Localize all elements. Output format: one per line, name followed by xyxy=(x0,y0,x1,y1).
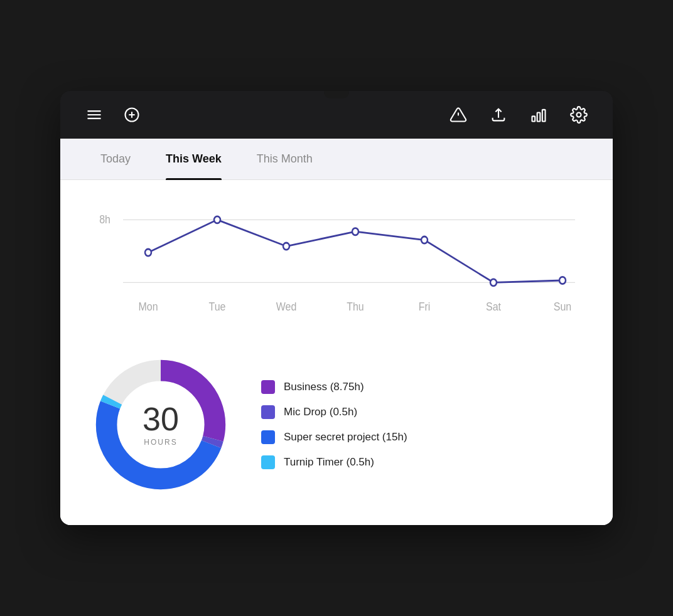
menu-button[interactable] xyxy=(83,104,105,126)
donut-hours-label: HOURS xyxy=(143,438,179,447)
tabs: Today This Week This Month xyxy=(60,139,613,180)
svg-text:Sun: Sun xyxy=(554,300,571,313)
header-left xyxy=(83,104,143,126)
notch xyxy=(324,91,349,98)
donut-center: 30 HOURS xyxy=(143,403,179,447)
line-chart-area: 8h Mon Tue Wed Thu Fri Sat Sun xyxy=(60,180,613,337)
svg-rect-9 xyxy=(532,116,536,121)
line-chart-wrapper: 8h Mon Tue Wed Thu Fri Sat Sun xyxy=(85,199,588,324)
legend-label-turnip: Turnip Timer (0.5h) xyxy=(284,456,374,469)
legend-label-micdrop: Mic Drop (0.5h) xyxy=(284,406,357,418)
legend-color-turnip xyxy=(261,455,275,469)
svg-rect-11 xyxy=(542,110,546,122)
content: Today This Week This Month 8h Mon Tue We… xyxy=(60,139,613,525)
svg-text:Wed: Wed xyxy=(276,300,297,313)
share-upload-icon xyxy=(490,106,507,124)
app-container: Today This Week This Month 8h Mon Tue We… xyxy=(60,91,613,525)
svg-point-25 xyxy=(283,243,289,250)
settings-button[interactable] xyxy=(568,104,590,126)
svg-text:8h: 8h xyxy=(99,213,110,226)
svg-text:Thu: Thu xyxy=(347,300,364,313)
svg-text:Mon: Mon xyxy=(138,300,158,313)
tab-this-month[interactable]: This Month xyxy=(239,139,330,179)
header-right xyxy=(447,104,590,126)
svg-text:Fri: Fri xyxy=(419,300,431,313)
legend-item-micdrop: Mic Drop (0.5h) xyxy=(261,405,588,419)
add-circle-icon xyxy=(123,106,141,124)
tab-today[interactable]: Today xyxy=(83,139,148,179)
menu-icon xyxy=(85,106,103,124)
svg-point-28 xyxy=(490,279,497,286)
svg-point-27 xyxy=(421,236,428,243)
svg-rect-10 xyxy=(537,113,541,122)
share-button[interactable] xyxy=(487,104,510,126)
legend-color-micdrop xyxy=(261,405,275,419)
donut-chart-container: 30 HOURS xyxy=(85,349,236,500)
legend-color-supersecret xyxy=(261,430,275,444)
warning-button[interactable] xyxy=(447,104,470,126)
bar-chart-icon xyxy=(530,106,547,124)
legend-label-business: Business (8.75h) xyxy=(284,381,364,393)
legend-item-business: Business (8.75h) xyxy=(261,380,588,394)
gear-icon xyxy=(570,106,588,124)
legend: Business (8.75h) Mic Drop (0.5h) Super s… xyxy=(261,380,588,469)
warning-triangle-icon xyxy=(450,106,467,124)
legend-item-turnip: Turnip Timer (0.5h) xyxy=(261,455,588,469)
svg-text:Sat: Sat xyxy=(486,300,501,313)
svg-point-23 xyxy=(145,249,151,256)
bottom-section: 30 HOURS Business (8.75h) Mic Drop (0.5h… xyxy=(60,337,613,525)
svg-text:Tue: Tue xyxy=(209,300,226,313)
tab-this-week[interactable]: This Week xyxy=(148,139,239,179)
svg-point-24 xyxy=(214,216,220,223)
donut-total-hours: 30 xyxy=(143,403,179,435)
line-chart-svg: 8h Mon Tue Wed Thu Fri Sat Sun xyxy=(85,199,588,324)
svg-point-26 xyxy=(352,228,358,235)
svg-point-29 xyxy=(559,277,566,284)
add-button[interactable] xyxy=(121,104,143,126)
legend-item-supersecret: Super secret project (15h) xyxy=(261,430,588,444)
svg-point-12 xyxy=(577,113,581,117)
legend-color-business xyxy=(261,380,275,394)
legend-label-supersecret: Super secret project (15h) xyxy=(284,431,407,443)
chart-button[interactable] xyxy=(527,104,550,126)
